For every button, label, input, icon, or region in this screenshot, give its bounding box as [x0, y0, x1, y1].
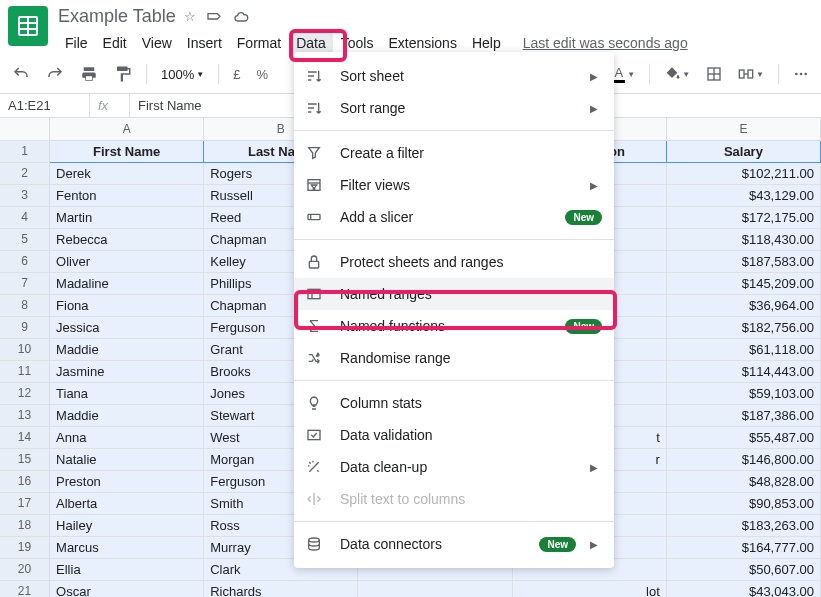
- cell[interactable]: $145,209.00: [666, 272, 820, 294]
- cell[interactable]: Oliver: [50, 250, 204, 272]
- cell[interactable]: $182,756.00: [666, 316, 820, 338]
- row-header[interactable]: 18: [0, 514, 50, 536]
- borders-icon[interactable]: [702, 62, 726, 86]
- cell[interactable]: Fiona: [50, 294, 204, 316]
- row-header[interactable]: 8: [0, 294, 50, 316]
- cell[interactable]: Madaline: [50, 272, 204, 294]
- paint-format-icon[interactable]: [110, 61, 136, 87]
- header-cell[interactable]: Salary: [666, 140, 820, 162]
- print-icon[interactable]: [76, 61, 102, 87]
- cell[interactable]: Tiana: [50, 382, 204, 404]
- cell[interactable]: $164,777.00: [666, 536, 820, 558]
- menu-item-create-a-filter[interactable]: Create a filter: [294, 137, 614, 169]
- cell[interactable]: Derek: [50, 162, 204, 184]
- cell[interactable]: $48,828.00: [666, 470, 820, 492]
- menu-item-data-connectors[interactable]: Data connectorsNew▶: [294, 528, 614, 560]
- menu-item-add-a-slicer[interactable]: Add a slicerNew: [294, 201, 614, 233]
- more-icon[interactable]: [789, 62, 813, 86]
- cell[interactable]: Anna: [50, 426, 204, 448]
- menu-item-data-clean-up[interactable]: Data clean-up▶: [294, 451, 614, 483]
- row-header[interactable]: 16: [0, 470, 50, 492]
- percent-format-button[interactable]: %: [252, 63, 272, 86]
- row-header[interactable]: 11: [0, 360, 50, 382]
- zoom-select[interactable]: 100%▼: [157, 63, 208, 86]
- cell[interactable]: $43,129.00: [666, 184, 820, 206]
- redo-icon[interactable]: [42, 61, 68, 87]
- row-header[interactable]: 4: [0, 206, 50, 228]
- cell[interactable]: $50,607.00: [666, 558, 820, 580]
- cell[interactable]: Marcus: [50, 536, 204, 558]
- cell[interactable]: Richards: [204, 580, 358, 597]
- row-header[interactable]: 20: [0, 558, 50, 580]
- menu-item-sort-range[interactable]: Sort range▶: [294, 92, 614, 124]
- menu-insert[interactable]: Insert: [180, 31, 229, 55]
- menu-item-sort-sheet[interactable]: Sort sheet▶: [294, 60, 614, 92]
- cell[interactable]: $146,800.00: [666, 448, 820, 470]
- menu-item-protect-sheets-and-ranges[interactable]: Protect sheets and ranges: [294, 246, 614, 278]
- sheets-logo[interactable]: [8, 6, 48, 46]
- cell[interactable]: $183,263.00: [666, 514, 820, 536]
- row-header[interactable]: 12: [0, 382, 50, 404]
- row-header[interactable]: 13: [0, 404, 50, 426]
- cell[interactable]: $43,043.00: [666, 580, 820, 597]
- cell[interactable]: Preston: [50, 470, 204, 492]
- menu-item-column-stats[interactable]: Column stats: [294, 387, 614, 419]
- doc-title[interactable]: Example Table: [58, 6, 176, 27]
- cell[interactable]: Jasmine: [50, 360, 204, 382]
- row-header[interactable]: 17: [0, 492, 50, 514]
- cell[interactable]: Maddie: [50, 404, 204, 426]
- cell[interactable]: $61,118.00: [666, 338, 820, 360]
- row-header[interactable]: 10: [0, 338, 50, 360]
- cell[interactable]: $187,583.00: [666, 250, 820, 272]
- currency-format-button[interactable]: £: [229, 63, 244, 86]
- name-box[interactable]: A1:E21: [0, 94, 90, 117]
- cell[interactable]: Martin: [50, 206, 204, 228]
- cloud-icon[interactable]: [232, 9, 250, 25]
- cell[interactable]: Maddie: [50, 338, 204, 360]
- cell[interactable]: $102,211.00: [666, 162, 820, 184]
- menu-item-named-ranges[interactable]: Named ranges: [294, 278, 614, 310]
- cell[interactable]: Jessica: [50, 316, 204, 338]
- menu-item-named-functions[interactable]: Named functionsNew: [294, 310, 614, 342]
- last-edit-link[interactable]: Last edit was seconds ago: [523, 35, 688, 51]
- row-header[interactable]: 9: [0, 316, 50, 338]
- row-header[interactable]: 7: [0, 272, 50, 294]
- cell[interactable]: Fenton: [50, 184, 204, 206]
- row-header[interactable]: 19: [0, 536, 50, 558]
- menu-item-randomise-range[interactable]: Randomise range: [294, 342, 614, 374]
- col-header-A[interactable]: A: [50, 118, 204, 140]
- undo-icon[interactable]: [8, 61, 34, 87]
- cell[interactable]: Hailey: [50, 514, 204, 536]
- row-header[interactable]: 21: [0, 580, 50, 597]
- star-icon[interactable]: ☆: [184, 9, 196, 25]
- fill-color-icon[interactable]: ▼: [660, 62, 694, 86]
- row-header[interactable]: 5: [0, 228, 50, 250]
- row-header[interactable]: 3: [0, 184, 50, 206]
- move-icon[interactable]: [206, 9, 222, 25]
- row-header[interactable]: 15: [0, 448, 50, 470]
- header-cell[interactable]: First Name: [50, 140, 204, 162]
- row-header[interactable]: 14: [0, 426, 50, 448]
- menu-edit[interactable]: Edit: [96, 31, 134, 55]
- cell[interactable]: $59,103.00: [666, 382, 820, 404]
- formula-bar[interactable]: First Name: [130, 94, 210, 117]
- cell[interactable]: lot: [512, 580, 666, 597]
- row-header[interactable]: 1: [0, 140, 50, 162]
- menu-format[interactable]: Format: [230, 31, 288, 55]
- cell[interactable]: [358, 580, 512, 597]
- menu-item-data-validation[interactable]: Data validation: [294, 419, 614, 451]
- menu-view[interactable]: View: [135, 31, 179, 55]
- col-header-E[interactable]: E: [666, 118, 820, 140]
- cell[interactable]: $90,853.00: [666, 492, 820, 514]
- cell[interactable]: Oscar: [50, 580, 204, 597]
- merge-icon[interactable]: ▼: [734, 62, 768, 86]
- cell[interactable]: Ellia: [50, 558, 204, 580]
- cell[interactable]: $36,964.00: [666, 294, 820, 316]
- row-header[interactable]: 6: [0, 250, 50, 272]
- cell[interactable]: Alberta: [50, 492, 204, 514]
- cell[interactable]: Rebecca: [50, 228, 204, 250]
- menu-file[interactable]: File: [58, 31, 95, 55]
- cell[interactable]: $187,386.00: [666, 404, 820, 426]
- cell[interactable]: $55,487.00: [666, 426, 820, 448]
- cell[interactable]: $118,430.00: [666, 228, 820, 250]
